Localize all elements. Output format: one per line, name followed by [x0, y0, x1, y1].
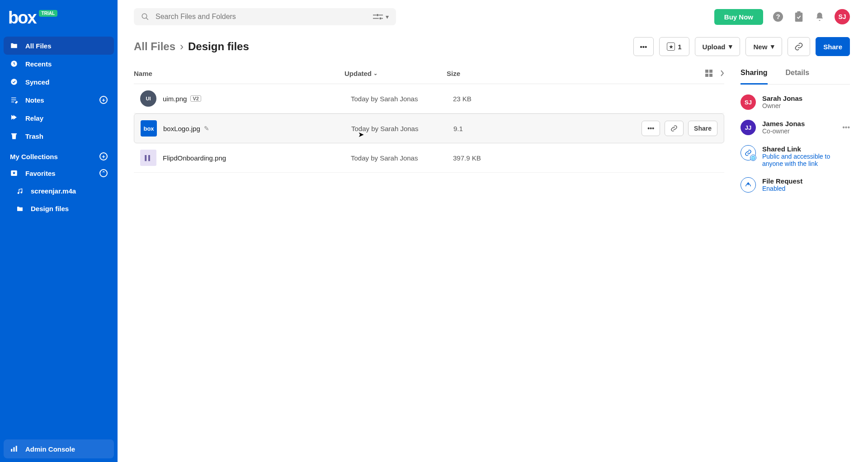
upload-button[interactable]: Upload ▾ [695, 37, 741, 56]
sidebar-item-notes[interactable]: Notes + [4, 91, 114, 109]
svg-rect-22 [709, 74, 712, 77]
column-size[interactable]: Size [447, 70, 705, 77]
file-thumbnail: UI [140, 90, 156, 107]
file-size: 23 KB [453, 95, 472, 103]
sidebar-item-label: Relay [25, 114, 43, 122]
column-updated[interactable]: Updated ⌄ [344, 70, 447, 77]
person-info: Sarah Jonas Owner [762, 94, 802, 109]
version-badge: V2 [190, 95, 201, 102]
favorite-item-design-files[interactable]: Design files [4, 200, 114, 217]
breadcrumb-root[interactable]: All Files [134, 40, 175, 53]
chevron-down-icon: ▾ [771, 42, 774, 51]
file-name[interactable]: FlipdOnboarding.png [163, 154, 351, 162]
favorite-item-screenjar[interactable]: screenjar.m4a [4, 182, 114, 200]
edit-name-icon[interactable]: ✎ [204, 125, 209, 132]
file-row[interactable]: box boxLogo.jpg ✎ Today by Sarah Jonas 9… [134, 113, 724, 143]
more-actions-button[interactable]: ••• [633, 37, 654, 56]
row-link-button[interactable] [665, 121, 684, 136]
star-box-icon: ★ [667, 42, 675, 51]
relay-icon [10, 114, 18, 122]
sidebar-item-label: Trash [25, 132, 43, 140]
view-controls [705, 70, 724, 77]
svg-point-3 [18, 192, 19, 193]
svg-rect-7 [16, 446, 17, 452]
user-avatar[interactable]: SJ [835, 9, 850, 24]
sidebar: box TRIAL All Files Recents Synced Notes… [0, 0, 118, 462]
header-actions: ••• ★1 Upload ▾ New ▾ Share [633, 37, 850, 56]
person-more-icon[interactable]: ••• [842, 123, 850, 132]
svg-rect-5 [11, 449, 12, 452]
column-name[interactable]: Name [134, 70, 344, 77]
trash-icon [10, 132, 18, 140]
svg-rect-19 [705, 70, 708, 73]
shared-link-info: Shared Link Public and accessible to any… [762, 145, 850, 167]
file-request-status[interactable]: Enabled [762, 185, 802, 192]
expand-panel-icon[interactable] [720, 70, 724, 77]
sharing-person-row: JJ James Jonas Co-owner ••• [741, 120, 850, 135]
file-row[interactable]: UI uim.png V2 Today by Sarah Jonas 23 KB [134, 84, 724, 113]
page-header: All Files › Design files ••• ★1 Upload ▾… [134, 37, 850, 56]
svg-point-13 [379, 17, 382, 19]
svg-rect-20 [709, 70, 712, 73]
person-avatar: SJ [741, 94, 756, 110]
add-note-icon[interactable]: + [99, 96, 108, 104]
search-bar[interactable]: ▾ [134, 8, 396, 25]
shared-link-icon[interactable]: 🌐 [741, 145, 756, 160]
shared-link-title: Shared Link [762, 145, 850, 153]
share-button[interactable]: Share [816, 37, 850, 56]
content-area: Name Updated ⌄ Size UI uim.png V2 Today … [134, 66, 850, 462]
sidebar-item-relay[interactable]: Relay [4, 109, 114, 127]
file-thumbnail: box [141, 120, 157, 137]
row-more-button[interactable]: ••• [642, 121, 660, 136]
notifications-icon[interactable] [814, 11, 826, 23]
link-icon [794, 42, 803, 51]
file-thumbnail: ▌▌ [140, 150, 156, 166]
collapse-icon[interactable]: ⌃ [99, 169, 108, 177]
sidebar-item-label: Notes [25, 96, 44, 104]
admin-console-label: Admin Console [25, 445, 75, 453]
sidebar-item-synced[interactable]: Synced [4, 73, 114, 91]
breadcrumb: All Files › Design files [134, 40, 249, 53]
help-icon[interactable]: ? [772, 11, 784, 23]
brand-logo[interactable]: box TRIAL [4, 6, 114, 37]
audio-file-icon [16, 188, 24, 195]
tab-details[interactable]: Details [786, 66, 809, 84]
sidebar-item-favorites[interactable]: Favorites ⌃ [4, 164, 114, 182]
person-role: Owner [762, 102, 802, 109]
link-button[interactable] [788, 37, 810, 56]
add-collection-icon[interactable]: + [99, 152, 108, 160]
sidebar-item-all-files[interactable]: All Files [4, 37, 114, 55]
svg-rect-9 [373, 14, 376, 15]
search-icon [141, 13, 149, 21]
trial-badge: TRIAL [39, 10, 57, 17]
search-input[interactable] [156, 13, 367, 21]
svg-point-8 [142, 14, 147, 19]
new-button[interactable]: New ▾ [745, 37, 782, 56]
fav-count-value: 1 [678, 43, 681, 51]
svg-rect-6 [14, 447, 15, 452]
favorites-count-button[interactable]: ★1 [659, 37, 689, 56]
buy-now-button[interactable]: Buy Now [714, 9, 763, 25]
sidebar-item-trash[interactable]: Trash [4, 127, 114, 145]
file-name[interactable]: uim.png V2 [163, 95, 351, 103]
svg-point-10 [377, 14, 379, 16]
more-icon: ••• [647, 125, 654, 132]
shared-link-desc[interactable]: Public and accessible to anyone with the… [762, 153, 850, 167]
file-updated: Today by Sarah Jonas [351, 125, 453, 132]
file-request-icon[interactable] [741, 177, 756, 193]
sidebar-item-recents[interactable]: Recents [4, 55, 114, 73]
search-filters-icon[interactable]: ▾ [373, 13, 389, 20]
file-request-info: File Request Enabled [762, 177, 802, 192]
row-share-button[interactable]: Share [688, 121, 717, 136]
chevron-right-icon: › [180, 40, 184, 53]
tasks-icon[interactable] [793, 11, 805, 23]
tab-sharing[interactable]: Sharing [741, 66, 768, 85]
file-name[interactable]: boxLogo.jpg ✎ [163, 125, 351, 132]
admin-console-button[interactable]: Admin Console [4, 439, 114, 458]
grid-view-icon[interactable] [705, 70, 712, 77]
clock-icon [10, 60, 18, 68]
svg-point-1 [11, 79, 17, 85]
svg-point-4 [21, 192, 22, 193]
file-row[interactable]: ▌▌ FlipdOnboarding.png Today by Sarah Jo… [134, 143, 724, 173]
globe-mini-icon: 🌐 [750, 155, 756, 161]
